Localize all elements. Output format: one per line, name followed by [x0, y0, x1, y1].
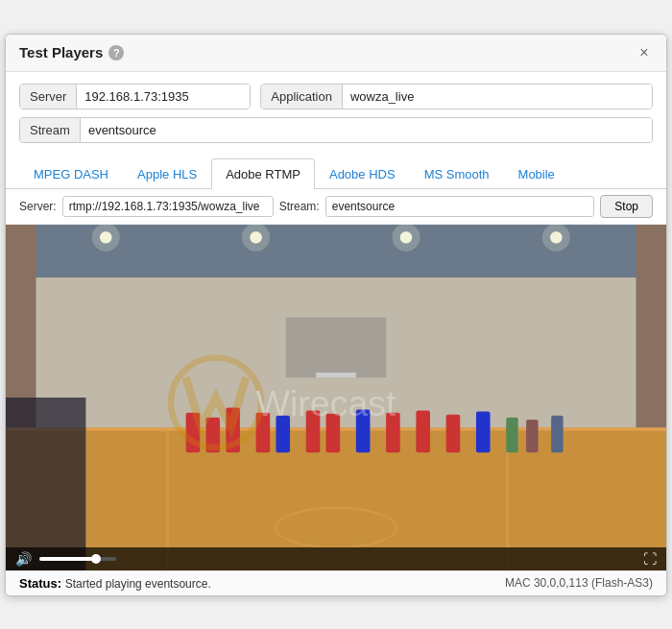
server-input[interactable]: [77, 85, 250, 109]
video-controls-bar: 🔊 ⛶: [6, 547, 666, 570]
svg-rect-19: [316, 372, 356, 376]
volume-slider[interactable]: [39, 557, 116, 561]
tab-adobe-hds[interactable]: Adobe HDS: [315, 158, 410, 189]
title-bar: Test Players ? ×: [6, 35, 666, 72]
tab-adobe-rtmp[interactable]: Adobe RTMP: [211, 158, 315, 189]
mac-info: MAC 30,0,0,113 (Flash-AS3): [505, 576, 653, 591]
svg-rect-34: [551, 415, 564, 452]
tabs-bar: MPEG DASH Apple HLS Adobe RTMP Adobe HDS…: [6, 158, 666, 189]
svg-rect-33: [526, 419, 539, 451]
server-label: Server: [20, 85, 77, 109]
svg-rect-18: [286, 317, 386, 377]
svg-text:Wirecast: Wirecast: [256, 382, 396, 423]
status-bar: Status: Started playing eventsource. MAC…: [6, 570, 666, 595]
video-area: Wirecast 🔊 ⛶: [6, 225, 666, 570]
player-server-input[interactable]: [62, 196, 274, 217]
server-field-group: Server: [19, 84, 251, 109]
status-value: Started playing eventsource.: [65, 577, 211, 591]
video-canvas: Wirecast 🔊 ⛶: [6, 225, 666, 570]
player-stream-label: Stream:: [279, 200, 320, 213]
close-button[interactable]: ×: [636, 44, 653, 61]
application-input[interactable]: [343, 85, 652, 109]
application-label: Application: [261, 85, 343, 109]
tab-ms-smooth[interactable]: MS Smooth: [410, 158, 504, 189]
svg-rect-32: [506, 417, 518, 451]
volume-fill: [39, 557, 93, 561]
court-scene: Wirecast: [6, 225, 666, 570]
player-stream-input[interactable]: [325, 196, 595, 217]
fullscreen-icon[interactable]: ⛶: [643, 551, 657, 567]
test-players-window: Test Players ? × Server Application Stre…: [5, 34, 667, 596]
player-controls-row: Server: Stream: Stop: [6, 189, 666, 225]
form-area: Server Application Stream: [6, 72, 666, 158]
player-server-label: Server:: [19, 200, 57, 213]
status-text-area: Status: Started playing eventsource.: [19, 576, 211, 591]
stop-button[interactable]: Stop: [600, 195, 653, 218]
volume-thumb: [91, 554, 101, 564]
tab-mobile[interactable]: Mobile: [504, 158, 569, 189]
application-field-group: Application: [260, 84, 653, 109]
window-title: Test Players: [19, 44, 103, 60]
stream-input[interactable]: [81, 118, 652, 142]
stream-field-group: Stream: [19, 117, 653, 143]
status-label: Status:: [19, 576, 61, 591]
tab-mpeg-dash[interactable]: MPEG DASH: [19, 158, 123, 189]
svg-rect-35: [6, 398, 85, 570]
svg-rect-30: [446, 414, 461, 452]
help-icon[interactable]: ?: [108, 45, 124, 60]
volume-icon[interactable]: 🔊: [15, 551, 32, 567]
tab-apple-hls[interactable]: Apple HLS: [123, 158, 211, 189]
server-app-row: Server Application: [19, 84, 653, 109]
svg-rect-31: [476, 411, 491, 452]
stream-row: Stream: [19, 117, 653, 143]
stream-label: Stream: [20, 118, 81, 142]
svg-rect-29: [416, 410, 430, 452]
title-bar-left: Test Players ?: [19, 44, 124, 60]
